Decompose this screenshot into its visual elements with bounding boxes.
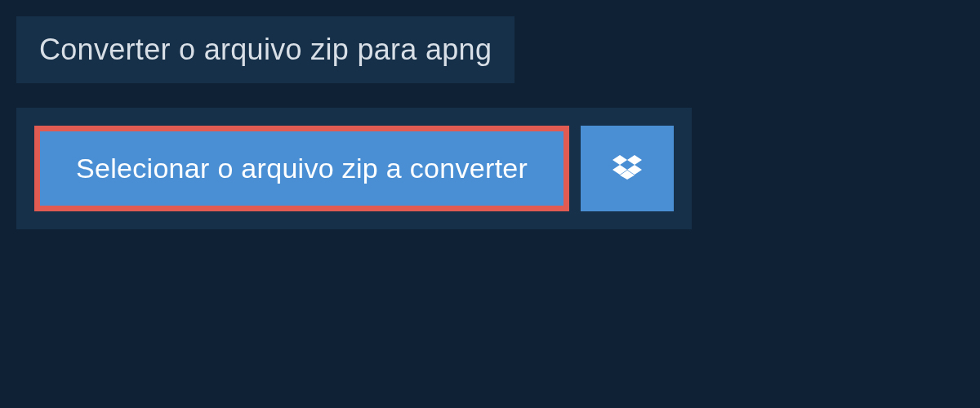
header-title-box: Converter o arquivo zip para apng (16, 16, 514, 83)
upload-panel: Selecionar o arquivo zip a converter (16, 108, 692, 229)
select-file-label: Selecionar o arquivo zip a converter (76, 153, 528, 184)
select-file-button[interactable]: Selecionar o arquivo zip a converter (34, 126, 569, 211)
dropbox-icon (612, 153, 642, 185)
dropbox-button[interactable] (581, 126, 674, 211)
page-title: Converter o arquivo zip para apng (39, 33, 492, 67)
